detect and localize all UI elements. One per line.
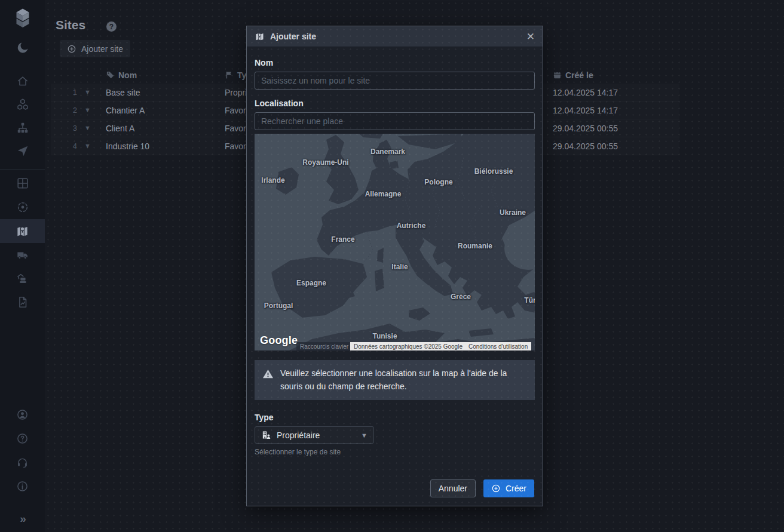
- row-number: 2: [62, 106, 77, 115]
- close-icon: ✕: [526, 31, 535, 42]
- site-name-cell[interactable]: Chantier A: [106, 106, 145, 115]
- sidebar-item-machines[interactable]: [0, 267, 45, 290]
- plus-circle-icon: [491, 484, 501, 493]
- sidebar-item-support[interactable]: [0, 451, 45, 473]
- calendar-icon: [553, 70, 562, 81]
- info-circle-icon: [16, 480, 29, 493]
- page-help-icon[interactable]: ?: [106, 21, 117, 32]
- row-expand-caret-icon[interactable]: ▼: [84, 124, 91, 131]
- add-site-button[interactable]: Ajouter site: [60, 40, 130, 57]
- sidebar-expand-button[interactable]: »: [0, 508, 45, 530]
- site-created-cell: 12.04.2025 14:17: [553, 88, 618, 97]
- location-warning-text: Veuillez sélectionner une localisation s…: [280, 367, 527, 393]
- site-type-cell: Favori: [225, 106, 248, 115]
- headset-support-icon: [16, 456, 29, 469]
- modal-body: Nom Localisation: [247, 47, 543, 506]
- location-search-input[interactable]: [255, 112, 535, 130]
- modal-footer: Annuler Créer: [430, 479, 534, 497]
- warning-triangle-icon: [262, 368, 274, 380]
- create-button[interactable]: Créer: [483, 479, 534, 497]
- column-header-name[interactable]: Nom: [118, 70, 137, 80]
- chevrons-right-icon: »: [20, 512, 25, 525]
- site-name-input[interactable]: [255, 72, 535, 90]
- map-country-label: Royaume-Uni: [302, 158, 348, 167]
- sidebar-item-navigation[interactable]: [0, 140, 45, 162]
- app-logo[interactable]: [0, 5, 45, 32]
- map-pin-icon: [255, 32, 265, 42]
- map-country-label: Pologne: [424, 178, 452, 186]
- sidebar-item-dashboard[interactable]: [0, 172, 45, 195]
- location-field-label: Localisation: [255, 99, 535, 108]
- sidebar-item-modules[interactable]: [0, 93, 45, 116]
- map-country-label: Tür: [524, 296, 535, 305]
- map-attribution: Données cartographiques ©2025 Google: [350, 342, 466, 350]
- site-type-value: Propriétaire: [277, 430, 320, 440]
- sidebar-divider: [0, 169, 45, 170]
- chevron-down-icon: ▼: [361, 432, 368, 439]
- app-logo-cube-icon: [12, 5, 33, 32]
- site-created-cell: 29.04.2025 00:55: [553, 142, 618, 151]
- google-logo[interactable]: Google: [260, 334, 298, 347]
- map-country-label: Italie: [391, 263, 408, 271]
- row-number: 3: [62, 124, 77, 133]
- tag-icon: [106, 70, 115, 81]
- flag-icon: [225, 70, 234, 81]
- sidebar-item-vehicles[interactable]: [0, 244, 45, 266]
- sidebar-item-dark-mode[interactable]: [0, 36, 45, 59]
- map-country-label: Danemark: [370, 147, 405, 156]
- map-country-label: Autriche: [397, 222, 426, 230]
- modal-header: Ajouter site ✕: [247, 26, 543, 47]
- question-circle-icon: [16, 432, 29, 445]
- row-expand-caret-icon[interactable]: ▼: [84, 142, 91, 149]
- type-help-text: Sélectionner le type de site: [255, 448, 535, 456]
- row-expand-caret-icon[interactable]: ▼: [84, 88, 91, 96]
- grid-layout-icon: [16, 177, 29, 190]
- row-number: 1: [62, 88, 77, 97]
- site-name-cell[interactable]: Base site: [106, 88, 140, 97]
- map-country-label: Grèce: [451, 293, 471, 301]
- plus-circle-icon: [67, 44, 76, 54]
- cubes-modules-icon: [16, 98, 29, 111]
- row-expand-caret-icon[interactable]: ▼: [84, 106, 91, 113]
- map-terms-link[interactable]: Conditions d'utilisation: [465, 342, 531, 350]
- column-header-created[interactable]: Créé le: [565, 70, 593, 80]
- map-terrain: [255, 134, 535, 350]
- location-warning: Veuillez sélectionner une localisation s…: [255, 360, 535, 400]
- home-icon: [16, 75, 29, 88]
- name-field-label: Nom: [255, 58, 535, 67]
- map-country-label: Portugal: [264, 302, 293, 310]
- sidebar-item-home[interactable]: [0, 70, 45, 93]
- google-map[interactable]: IrlandeRoyaume-UniDanemarkPologneBiéloru…: [255, 134, 535, 350]
- sidebar-item-hierarchy[interactable]: [0, 116, 45, 139]
- cancel-button[interactable]: Annuler: [430, 479, 476, 497]
- map-country-label: Biélorussie: [474, 167, 513, 176]
- map-country-label: Roumanie: [458, 242, 492, 250]
- site-name-cell[interactable]: Industrie 10: [106, 142, 149, 151]
- map-country-label: Tunisie: [372, 332, 397, 340]
- map-keyboard-shortcuts[interactable]: Raccourcis clavier: [296, 342, 352, 350]
- sidebar-item-sites[interactable]: [0, 219, 45, 243]
- modal-title: Ajouter site: [270, 32, 316, 41]
- map-country-label: Allemagne: [365, 190, 402, 198]
- sidebar: »: [0, 0, 45, 532]
- map-country-label: France: [331, 235, 354, 244]
- create-button-label: Créer: [506, 484, 526, 493]
- sidebar-item-reports[interactable]: [0, 291, 45, 313]
- type-field-label: Type: [255, 413, 535, 422]
- sidebar-item-target[interactable]: [0, 196, 45, 219]
- excavator-icon: [16, 272, 29, 285]
- site-type-cell: Favori: [225, 124, 248, 133]
- sidebar-item-info[interactable]: [0, 475, 45, 497]
- truck-icon: [16, 248, 29, 262]
- sidebar-item-profile[interactable]: [0, 403, 45, 426]
- add-site-button-label: Ajouter site: [81, 44, 123, 54]
- row-number: 4: [62, 142, 77, 150]
- file-report-icon: [16, 296, 29, 309]
- site-type-cell: Favori: [225, 142, 248, 151]
- sitemap-hierarchy-icon: [16, 121, 29, 134]
- modal-close-button[interactable]: ✕: [526, 32, 535, 42]
- site-name-cell[interactable]: Client A: [106, 124, 134, 133]
- moon-dark-mode-icon: [16, 41, 30, 55]
- sidebar-item-help[interactable]: [0, 427, 45, 450]
- site-type-select[interactable]: Propriétaire ▼: [255, 426, 374, 444]
